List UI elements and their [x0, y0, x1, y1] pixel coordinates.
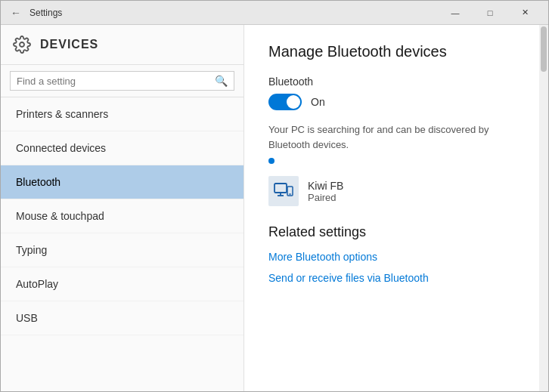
sidebar: DEVICES 🔍 Printers & scanners Connected …: [1, 25, 244, 391]
bluetooth-toggle[interactable]: [268, 94, 302, 110]
search-icon: 🔍: [215, 75, 228, 87]
sidebar-title: DEVICES: [40, 38, 98, 51]
devices-icon: [13, 35, 31, 54]
sidebar-item-autoplay[interactable]: AutoPlay: [1, 267, 243, 301]
toggle-row: On: [268, 94, 524, 110]
settings-window: ← Settings — □ ✕ DEVICES 🔍: [0, 0, 549, 392]
svg-point-0: [20, 42, 24, 47]
searching-text: Your PC is searching for and can be disc…: [268, 122, 524, 152]
scrollbar-track[interactable]: [539, 25, 548, 391]
sidebar-item-printers[interactable]: Printers & scanners: [1, 97, 243, 131]
toggle-state-label: On: [311, 96, 325, 108]
search-input-wrap[interactable]: 🔍: [10, 71, 234, 91]
device-status: Paired: [308, 192, 343, 203]
back-button[interactable]: ←: [7, 4, 25, 22]
device-info: Kiwi FB Paired: [308, 180, 343, 203]
svg-rect-1: [274, 184, 287, 193]
title-bar: ← Settings — □ ✕: [1, 1, 548, 25]
device-icon: [268, 176, 299, 206]
more-bluetooth-link[interactable]: More Bluetooth options: [268, 251, 524, 263]
window-title: Settings: [29, 8, 438, 18]
main-panel: Manage Bluetooth devices Bluetooth On Yo…: [244, 25, 548, 391]
device-icon-svg: [273, 181, 294, 202]
sidebar-item-bluetooth[interactable]: Bluetooth: [1, 165, 243, 199]
maximize-button[interactable]: □: [473, 1, 507, 25]
device-item[interactable]: Kiwi FB Paired: [268, 176, 524, 206]
bluetooth-label: Bluetooth: [268, 76, 524, 88]
search-input[interactable]: [17, 76, 215, 87]
searching-dot: [268, 158, 274, 164]
sidebar-item-typing[interactable]: Typing: [1, 233, 243, 267]
send-receive-link[interactable]: Send or receive files via Bluetooth: [268, 272, 524, 284]
minimize-button[interactable]: —: [438, 1, 473, 25]
related-settings-title: Related settings: [268, 224, 524, 240]
sidebar-item-mouse[interactable]: Mouse & touchpad: [1, 199, 243, 233]
sidebar-item-usb[interactable]: USB: [1, 301, 243, 335]
scrollbar-thumb[interactable]: [541, 26, 547, 72]
nav-items: Printers & scanners Connected devices Bl…: [1, 97, 243, 391]
device-name: Kiwi FB: [308, 180, 343, 192]
content-area: DEVICES 🔍 Printers & scanners Connected …: [1, 25, 548, 391]
search-bar: 🔍: [1, 65, 243, 97]
window-controls: — □ ✕: [438, 1, 542, 25]
section-title: Manage Bluetooth devices: [268, 43, 524, 60]
sidebar-item-connected[interactable]: Connected devices: [1, 131, 243, 165]
sidebar-header: DEVICES: [1, 25, 243, 65]
close-button[interactable]: ✕: [507, 1, 542, 25]
